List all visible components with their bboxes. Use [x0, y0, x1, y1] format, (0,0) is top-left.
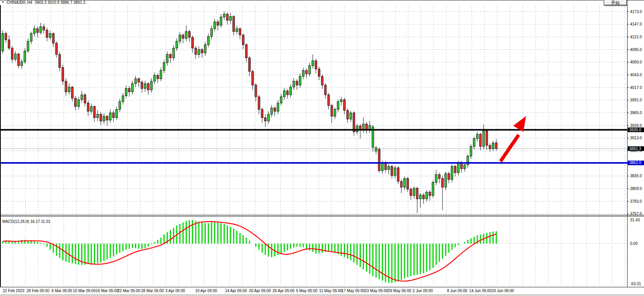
- macd-histogram-bar: [110, 244, 111, 258]
- time-tick-label: 2 Jun 05:00: [413, 289, 433, 293]
- start-button[interactable]: 开始: [604, 0, 627, 5]
- candle-body: [132, 84, 133, 92]
- candle-body: [375, 148, 377, 151]
- macd-histogram-bar: [454, 244, 456, 248]
- macd-histogram-bar: [141, 244, 142, 249]
- trend-arrow[interactable]: [501, 116, 526, 161]
- macd-histogram-bar: [315, 244, 316, 253]
- candle-body: [49, 34, 51, 38]
- candle-body: [21, 62, 23, 65]
- macd-histogram-bar: [274, 244, 275, 257]
- price-tick-label: 4069.0: [630, 60, 642, 64]
- macd-histogram-bar: [91, 244, 92, 265]
- macd-histogram-bar: [360, 244, 361, 267]
- macd-histogram-bar: [87, 244, 89, 264]
- candle-body: [350, 113, 352, 119]
- macd-histogram-bar: [303, 244, 304, 248]
- candle-body: [84, 95, 86, 103]
- macd-histogram-bar: [410, 244, 412, 276]
- macd-histogram-bar: [173, 228, 174, 243]
- macd-histogram-bar: [183, 222, 184, 244]
- macd-histogram-bar: [284, 244, 285, 252]
- macd-histogram-bar: [179, 224, 181, 244]
- macd-histogram-bar: [21, 240, 22, 244]
- candle-body: [290, 87, 292, 95]
- candle-body: [480, 134, 482, 146]
- macd-histogram-bar: [236, 231, 237, 243]
- candle-body: [325, 85, 326, 95]
- candle-body: [397, 168, 399, 181]
- candle-body: [179, 35, 181, 41]
- price-chart-canvas[interactable]: 4173.04147.04121.04095.04069.04043.04017…: [0, 0, 644, 296]
- candle-body: [255, 85, 257, 97]
- candle-body: [391, 166, 393, 176]
- macd-histogram-bar: [211, 222, 212, 244]
- time-tick-label: 28 Mar 05:00: [141, 289, 164, 293]
- candle-body: [403, 178, 405, 187]
- candlestick-series[interactable]: [2, 12, 497, 213]
- time-tick-label: 26 Apr 05:00: [273, 289, 295, 293]
- candle-body: [495, 143, 497, 149]
- time-tick-label: 22 Mar 05:00: [118, 289, 140, 293]
- price-axis[interactable]: 4173.04147.04121.04095.04069.04043.04017…: [627, 10, 644, 216]
- macd-histogram-bar: [401, 244, 402, 280]
- macd-histogram-bar: [429, 244, 430, 270]
- macd-histogram-bar: [458, 244, 459, 245]
- macd-histogram-bar: [103, 244, 104, 261]
- candle-body: [296, 81, 298, 85]
- candle-body: [362, 124, 364, 130]
- candle-body: [33, 29, 35, 34]
- candle-body: [284, 91, 285, 97]
- macd-histogram-bar: [322, 244, 323, 253]
- candle-body: [451, 166, 453, 180]
- candle-body: [252, 72, 254, 85]
- price-tick-label: 3783.0: [630, 199, 642, 204]
- candle-body: [91, 106, 92, 111]
- macd-histogram-bar: [56, 244, 57, 256]
- symbol-dropdown-icon[interactable]: ▼: [2, 0, 4, 4]
- macd-indicator[interactable]: [2, 220, 497, 283]
- candle-body: [277, 103, 279, 111]
- macd-histogram-bar: [119, 244, 120, 253]
- candle-body: [160, 70, 162, 79]
- macd-histogram-bar: [395, 244, 396, 282]
- macd-histogram-bar: [492, 231, 494, 243]
- macd-histogram-bar: [391, 244, 393, 283]
- macd-histogram-bar: [369, 244, 370, 274]
- candle-body: [100, 114, 102, 121]
- macd-histogram-bar: [423, 244, 424, 273]
- candle-body: [422, 195, 424, 199]
- macd-axis: 31.430.00-53.31: [630, 218, 641, 286]
- macd-histogram-bar: [132, 244, 133, 248]
- macd-histogram-bar: [205, 223, 206, 244]
- macd-histogram-bar: [382, 244, 383, 281]
- candle-body: [169, 55, 171, 58]
- candle-body: [268, 114, 270, 121]
- time-tick-label: 20 Apr 05:00: [249, 289, 271, 293]
- macd-histogram-bar: [37, 242, 38, 244]
- time-axis[interactable]: 22 Feb 202328 Feb 05:006 Mar 05:0010 Mar…: [3, 289, 514, 293]
- candle-body: [470, 146, 472, 156]
- macd-histogram-bar: [145, 244, 146, 248]
- candle-body: [46, 30, 48, 38]
- candle-body: [483, 131, 485, 146]
- candle-body: [318, 69, 320, 76]
- macd-histogram-bar: [72, 244, 73, 263]
- candle-body: [65, 81, 67, 92]
- current-price-line-label: 3891.3: [629, 147, 641, 151]
- macd-histogram-bar: [62, 244, 63, 260]
- candle-body: [384, 163, 386, 170]
- macd-histogram-bar: [239, 233, 241, 243]
- macd-histogram-bar: [296, 244, 297, 247]
- macd-histogram-bar: [227, 226, 228, 244]
- candle-body: [416, 188, 418, 199]
- candle-body: [429, 192, 431, 195]
- macd-histogram-bar: [432, 244, 434, 268]
- macd-histogram-bar: [271, 244, 272, 257]
- macd-histogram-bar: [135, 244, 136, 248]
- macd-histogram-bar: [189, 220, 190, 244]
- candle-body: [27, 41, 29, 51]
- macd-histogram-bar: [75, 244, 76, 264]
- candle-body: [68, 87, 70, 92]
- candle-body: [125, 89, 127, 96]
